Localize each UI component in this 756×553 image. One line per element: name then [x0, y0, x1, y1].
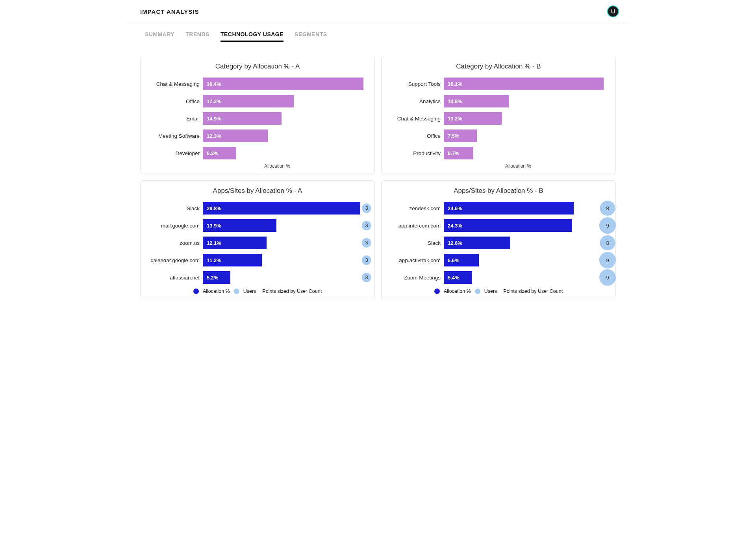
- bar-area: 24.6%8: [444, 202, 608, 215]
- row-label: Office: [148, 98, 200, 104]
- legend-alloc-label: Allocation %: [444, 289, 471, 294]
- bar: 14.9%: [203, 112, 282, 125]
- legend-users-label: Users: [484, 289, 497, 294]
- bar: 7.5%: [444, 129, 477, 142]
- bar: 12.3%: [203, 129, 268, 142]
- chart-row: app.intercom.com24.3%9: [389, 217, 608, 234]
- chart-row: zoom.us12.1%3: [148, 234, 367, 252]
- page-title: IMPACT ANALYSIS: [140, 8, 199, 15]
- bar-area: 14.9%: [203, 112, 367, 125]
- row-label: zoom.us: [148, 240, 200, 246]
- chart-row: Slack12.6%8: [389, 234, 608, 252]
- chart-row: Email14.9%: [148, 110, 367, 127]
- tabs: SUMMARY TRENDS TECHNOLOGY USAGE SEGMENTS: [126, 23, 630, 42]
- bar-area: 30.4%: [203, 78, 367, 90]
- avatar[interactable]: U: [607, 6, 619, 17]
- chart-row: app.activtrak.com6.6%9: [389, 252, 608, 269]
- row-label: Developer: [148, 150, 200, 156]
- avatar-initial: U: [611, 8, 615, 15]
- swatch-allocation-icon: [193, 289, 199, 294]
- bar-area: 24.3%9: [444, 219, 608, 232]
- legend: Allocation % Users Points sized by User …: [389, 289, 608, 294]
- chart-row: Meeting Software12.3%: [148, 127, 367, 144]
- header: IMPACT ANALYSIS U: [126, 0, 630, 23]
- bar-area: 6.7%: [444, 147, 608, 159]
- card-category-a: Category by Allocation % - A Chat & Mess…: [140, 56, 375, 174]
- chart-apps-a: Slack29.8%3mail.google.com13.9%3zoom.us1…: [148, 200, 367, 286]
- tab-technology-usage[interactable]: TECHNOLOGY USAGE: [220, 31, 284, 42]
- row-label: Zoom Meetings: [389, 275, 441, 281]
- user-bubble: 9: [599, 217, 616, 234]
- user-bubble: 8: [600, 235, 615, 251]
- user-bubble: 8: [600, 201, 615, 216]
- chart-row: zendesk.com24.6%8: [389, 200, 608, 217]
- bar-area: 12.6%8: [444, 237, 608, 249]
- chart-row: Chat & Messaging30.4%: [148, 75, 367, 92]
- card-apps-a: Apps/Sites by Allocation % - A Slack29.8…: [140, 180, 375, 299]
- chart-row: Slack29.8%3: [148, 200, 367, 217]
- bar-area: 5.2%3: [203, 271, 367, 284]
- chart-row: Office17.2%: [148, 92, 367, 110]
- row-label: mail.google.com: [148, 223, 200, 229]
- chart-row: Analytics14.8%: [389, 92, 608, 110]
- chart-category-b: Support Tools36.1%Analytics14.8%Chat & M…: [389, 75, 608, 162]
- chart-apps-b: zendesk.com24.6%8app.intercom.com24.3%9S…: [389, 200, 608, 286]
- chart-row: Support Tools36.1%: [389, 75, 608, 92]
- tab-segments[interactable]: SEGMENTS: [295, 31, 327, 42]
- bar: 5.2%: [203, 271, 230, 284]
- row-label: atlassian.net: [148, 275, 200, 281]
- bar-area: 6.3%: [203, 147, 367, 159]
- legend-alloc-label: Allocation %: [203, 289, 230, 294]
- swatch-users-icon: [475, 289, 480, 294]
- chart-row: atlassian.net5.2%3: [148, 269, 367, 286]
- user-bubble: 3: [362, 273, 371, 282]
- bar-area: 13.9%3: [203, 219, 367, 232]
- chart-row: Developer6.3%: [148, 144, 367, 162]
- row-label: Slack: [389, 240, 441, 246]
- row-label: Chat & Messaging: [148, 81, 200, 87]
- bar: 5.4%: [444, 271, 472, 284]
- row-label: Analytics: [389, 98, 441, 104]
- cards-grid: Category by Allocation % - A Chat & Mess…: [126, 42, 630, 309]
- bar-area: 7.5%: [444, 129, 608, 142]
- bar: 14.8%: [444, 95, 509, 107]
- xlabel: Allocation %: [188, 163, 367, 169]
- row-label: app.intercom.com: [389, 223, 441, 229]
- chart-row: mail.google.com13.9%3: [148, 217, 367, 234]
- bar: 13.2%: [444, 112, 502, 125]
- bar-area: 14.8%: [444, 95, 608, 107]
- bar: 6.7%: [444, 147, 473, 159]
- legend-note: Points sized by User Count: [503, 289, 563, 294]
- user-bubble: 3: [362, 255, 371, 264]
- bar-area: 17.2%: [203, 95, 367, 107]
- bar: 36.1%: [444, 78, 604, 90]
- bar-area: 36.1%: [444, 78, 608, 90]
- legend: Allocation % Users Points sized by User …: [148, 289, 367, 294]
- tab-trends[interactable]: TRENDS: [185, 31, 209, 42]
- card-category-b: Category by Allocation % - B Support Too…: [381, 56, 616, 174]
- bar: 17.2%: [203, 95, 294, 107]
- tab-summary[interactable]: SUMMARY: [145, 31, 174, 42]
- bar: 6.3%: [203, 147, 236, 159]
- bar: 24.3%: [444, 219, 572, 232]
- chart-category-a: Chat & Messaging30.4%Office17.2%Email14.…: [148, 75, 367, 162]
- row-label: Chat & Messaging: [389, 116, 441, 122]
- user-bubble: 3: [362, 238, 371, 247]
- bar-area: 12.1%3: [203, 237, 367, 249]
- bar: 30.4%: [203, 78, 363, 90]
- legend-users-label: Users: [243, 289, 256, 294]
- card-title: Apps/Sites by Allocation % - B: [389, 187, 608, 195]
- chart-row: Zoom Meetings5.4%9: [389, 269, 608, 286]
- card-title: Category by Allocation % - B: [389, 63, 608, 70]
- bar-area: 13.2%: [444, 112, 608, 125]
- row-label: Slack: [148, 205, 200, 211]
- bar-area: 29.8%3: [203, 202, 367, 215]
- legend-note: Points sized by User Count: [262, 289, 322, 294]
- chart-row: Productivity6.7%: [389, 144, 608, 162]
- user-bubble: 9: [599, 269, 616, 286]
- user-bubble: 3: [362, 203, 371, 213]
- bar: 12.6%: [444, 237, 510, 249]
- chart-row: Office7.5%: [389, 127, 608, 144]
- bar: 11.2%: [203, 254, 262, 266]
- row-label: app.activtrak.com: [389, 257, 441, 263]
